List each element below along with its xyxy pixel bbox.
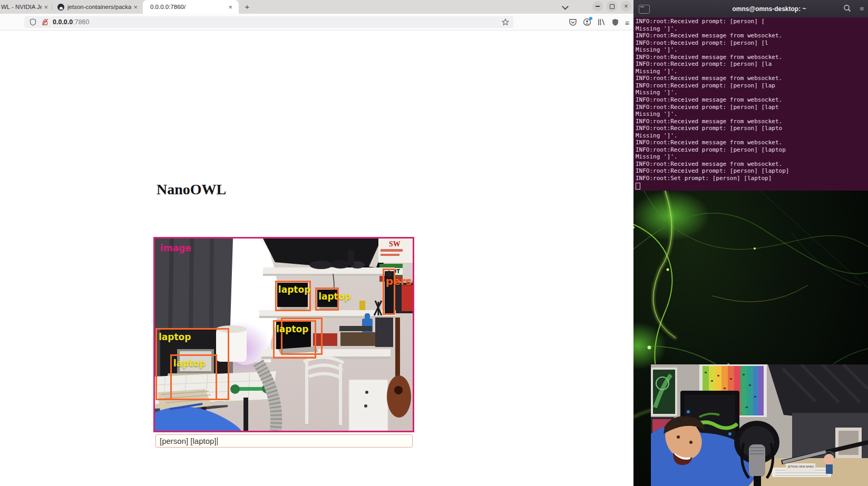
terminal-window: omns@omns-desktop: ~ ≡ INFO:root:Receive… bbox=[633, 0, 868, 191]
terminal-titlebar[interactable]: omns@omns-desktop: ~ ≡ bbox=[633, 0, 868, 17]
terminal-line: Missing ']'. bbox=[636, 132, 866, 140]
terminal-line: INFO:root:Received prompt: [person] [lap… bbox=[636, 125, 866, 132]
terminal-line: Missing ']'. bbox=[636, 46, 866, 54]
notification-dot bbox=[589, 17, 592, 20]
detection-label: laptop bbox=[173, 359, 206, 368]
terminal-line: Missing ']'. bbox=[636, 153, 866, 161]
minimize-button[interactable] bbox=[592, 1, 603, 12]
tab-github[interactable]: jetson-containers/packa × bbox=[52, 0, 142, 14]
terminal-line: INFO:root:Received message from websocke… bbox=[636, 118, 866, 125]
tab-nanoowl-active[interactable]: 0.0.0.0:7860/ × bbox=[143, 0, 239, 14]
jetson-device: JETSON ORIN NANO bbox=[786, 463, 815, 472]
prompt-input[interactable]: [person] [laptop] bbox=[155, 434, 413, 448]
prompt-value: [person] [laptop] bbox=[160, 437, 217, 445]
detection-box-person: person bbox=[383, 269, 395, 315]
terminal-cursor bbox=[636, 183, 640, 190]
framed-artwork bbox=[651, 368, 677, 416]
terminal-line: Missing ']'. bbox=[636, 89, 866, 96]
account-icon[interactable] bbox=[583, 18, 591, 28]
tracking-shield-icon[interactable] bbox=[30, 18, 36, 26]
bookmark-star-icon[interactable] bbox=[502, 18, 509, 26]
terminal-line: INFO:root:Received message from websocke… bbox=[636, 75, 866, 82]
terminal-line: INFO:root:Received message from websocke… bbox=[636, 139, 866, 146]
terminal-line: INFO:root:Received prompt: [person] [la bbox=[636, 61, 866, 68]
shield-icon[interactable] bbox=[611, 18, 619, 28]
terminal-line: INFO:root:Received message from websocke… bbox=[636, 96, 866, 104]
terminal-output[interactable]: INFO:root:Received prompt: [person] [Mis… bbox=[636, 18, 866, 190]
window-controls: × bbox=[592, 1, 631, 12]
detection-box-laptop: laptop bbox=[273, 320, 316, 359]
tab-close-icon[interactable]: × bbox=[131, 4, 140, 11]
terminal-title: omns@omns-desktop: ~ bbox=[633, 5, 868, 13]
url-host: 0.0.0.0 bbox=[53, 18, 73, 26]
detection-label: person bbox=[386, 276, 414, 286]
terminal-line: INFO:root:Received message from websocke… bbox=[636, 32, 866, 39]
image-tag-label: image bbox=[160, 243, 191, 253]
detection-label: laptop bbox=[159, 333, 191, 342]
tab-bar: WL - NVIDIA Jets × jetson-containers/pac… bbox=[0, 0, 633, 14]
desktop: WL - NVIDIA Jets × jetson-containers/pac… bbox=[0, 0, 868, 486]
tab-label: WL - NVIDIA Jets bbox=[1, 4, 42, 10]
terminal-line: Missing ']'. bbox=[636, 111, 866, 118]
terminal-line: INFO:root:Received prompt: [person] [lap bbox=[636, 82, 866, 90]
terminal-line: Missing ']'. bbox=[636, 25, 866, 33]
new-tab-button[interactable]: + bbox=[242, 2, 252, 12]
detection-label: laptop bbox=[318, 292, 350, 301]
detection-box-laptop: laptop bbox=[275, 281, 311, 311]
text-caret bbox=[217, 437, 218, 445]
detection-box-laptop: laptop bbox=[315, 287, 339, 311]
nanoowl-page: NanoOWL bbox=[0, 31, 633, 486]
url-port: :7860 bbox=[73, 18, 89, 26]
address-bar[interactable]: 0.0.0.0:7860 bbox=[24, 16, 513, 28]
detection-label: laptop bbox=[276, 325, 308, 334]
terminal-line: INFO:root:Received prompt: [person] [lap… bbox=[636, 146, 866, 154]
terminal-menu-icon[interactable]: ≡ bbox=[860, 5, 864, 12]
terminal-line: INFO:root:Received message from websocke… bbox=[636, 54, 866, 61]
tab-close-icon[interactable]: × bbox=[42, 4, 50, 11]
github-icon bbox=[57, 4, 64, 11]
detection-layer: laptoplaptoplaptoplaptoplaptopperson bbox=[155, 239, 413, 431]
webcam-scene: JETSON ORIN NANO bbox=[651, 364, 868, 486]
device-label: JETSON ORIN NANO bbox=[787, 465, 814, 468]
detection-label: laptop bbox=[278, 285, 310, 294]
camera-image: SW 1D10T bbox=[153, 237, 414, 432]
terminal-line: Missing ']'. bbox=[636, 68, 866, 75]
insecure-lock-icon[interactable] bbox=[42, 18, 48, 26]
tab-close-icon[interactable]: × bbox=[226, 4, 235, 11]
terminal-line: INFO:root:Received message from websocke… bbox=[636, 161, 866, 168]
detection-box-laptop: laptop bbox=[170, 354, 217, 400]
terminal-line: INFO:root:Received prompt: [person] [l bbox=[636, 39, 866, 47]
webcam-overlay: JETSON ORIN NANO bbox=[651, 364, 868, 486]
page-title: NanoOWL bbox=[157, 181, 226, 198]
terminal-line: INFO:root:Set prompt: [person] [laptop] bbox=[636, 175, 866, 182]
browser-toolbar: 0.0.0.0:7860 ≡ bbox=[0, 14, 633, 31]
tab-list-chevron-icon[interactable] bbox=[563, 4, 568, 9]
close-window-button[interactable]: × bbox=[621, 1, 631, 12]
library-icon[interactable] bbox=[597, 18, 606, 28]
terminal-search-icon[interactable] bbox=[843, 4, 851, 14]
pocket-icon[interactable] bbox=[569, 18, 577, 28]
hamburger-menu-icon[interactable]: ≡ bbox=[625, 19, 629, 27]
toolbar-icon-group: ≡ bbox=[569, 18, 629, 28]
maximize-button[interactable] bbox=[607, 1, 617, 12]
tab-label: jetson-containers/packa bbox=[67, 4, 131, 10]
terminal-line: INFO:root:Received prompt: [person] [lap… bbox=[636, 167, 866, 175]
terminal-line: INFO:root:Received prompt: [person] [ bbox=[636, 18, 866, 25]
tab-label: 0.0.0.0:7860/ bbox=[150, 4, 186, 10]
terminal-line: INFO:root:Received prompt: [person] [lap… bbox=[636, 104, 866, 111]
tab-nvidia[interactable]: WL - NVIDIA Jets × bbox=[0, 0, 51, 14]
browser-window: WL - NVIDIA Jets × jetson-containers/pac… bbox=[0, 0, 633, 486]
